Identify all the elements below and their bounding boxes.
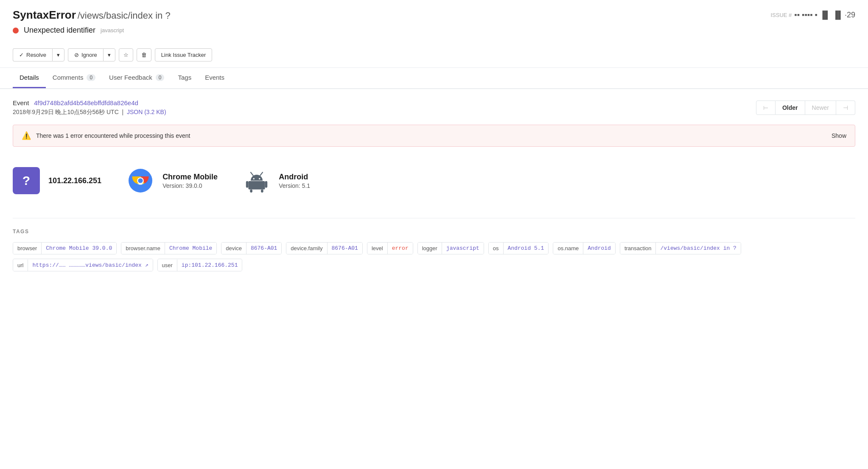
resolve-label: Resolve [26, 52, 46, 58]
ignore-dropdown-button[interactable]: ▾ [103, 48, 115, 61]
tag-key: browser [13, 243, 42, 254]
browser-info: Chrome Mobile Version: 39.0.0 [162, 173, 218, 189]
checkmark-icon: ✓ [19, 52, 24, 58]
browser-card: Chrome Mobile Version: 39.0.0 [127, 167, 218, 194]
error-dot-icon [13, 28, 19, 34]
event-section: Event 4f9d748b2afd4b548ebffdfd8a826e4d 2… [13, 99, 855, 116]
tags-grid: browserChrome Mobile 39.0.0browser.nameC… [13, 242, 855, 271]
tag-value: error [388, 243, 413, 254]
nav-older-button[interactable]: Older [776, 100, 805, 115]
tag-key: user [158, 260, 177, 271]
tab-user-feedback-label: User Feedback [109, 74, 152, 81]
tab-comments-label: Comments [53, 74, 84, 81]
tags-title: TAGS [13, 229, 855, 234]
nav-newest-button[interactable]: ⊣ [836, 100, 855, 115]
event-id-link[interactable]: 4f9d748b2afd4b548ebffdfd8a826e4d [34, 99, 138, 106]
bookmark-button[interactable]: ☆ [119, 48, 133, 61]
event-navigation: ⊢ Older Newer ⊣ [756, 100, 855, 115]
tag-value[interactable]: Chrome Mobile 39.0.0 [42, 243, 116, 254]
tab-tags-label: Tags [178, 74, 191, 81]
clock-icon: ⊘ [74, 52, 79, 58]
star-icon: ☆ [123, 52, 129, 58]
trash-icon: 🗑 [141, 52, 147, 58]
ip-card: ? 101.22.166.251 [13, 167, 101, 194]
tag-key: level [367, 243, 388, 254]
warning-icon: ⚠️ [22, 131, 31, 140]
issue-label: ISSUE # [770, 12, 792, 18]
tag-value[interactable]: /views/basic/index in ? [656, 243, 740, 254]
issue-number-display: ▪▪ ▪▪▪▪ ▪ ▐▌ ▐▌ ·29 [794, 11, 855, 20]
tab-details[interactable]: Details [13, 68, 46, 88]
tab-comments[interactable]: Comments 0 [46, 68, 102, 88]
tag-item: browser.nameChrome Mobile [121, 242, 217, 254]
tag-item: os.nameAndroid [553, 242, 615, 254]
ip-address: 101.22.166.251 [48, 176, 101, 185]
alert-bar: ⚠️ There was 1 error encountered while p… [13, 125, 855, 147]
tag-value[interactable]: Android [583, 243, 615, 254]
issue-badge: ISSUE # ▪▪ ▪▪▪▪ ▪ ▐▌ ▐▌ ·29 [770, 11, 855, 20]
svg-point-3 [138, 178, 143, 183]
tags-section: TAGS browserChrome Mobile 39.0.0browser.… [13, 229, 855, 271]
svg-point-7 [259, 178, 260, 179]
info-cards: ? 101.22.166.251 Chrome Mobil [13, 159, 855, 203]
tag-item: browserChrome Mobile 39.0.0 [13, 242, 117, 254]
tag-value[interactable]: 8676-A01 [246, 243, 281, 254]
resolve-dropdown-button[interactable]: ▾ [52, 48, 64, 61]
tag-value[interactable]: ip:101.22.166.251 [177, 260, 242, 271]
ignore-label: Ignore [81, 52, 97, 58]
tab-user-feedback[interactable]: User Feedback 0 [102, 68, 171, 88]
tag-value[interactable]: javascript [442, 243, 484, 254]
svg-line-5 [260, 172, 263, 175]
tag-item: levelerror [367, 242, 413, 254]
svg-point-6 [253, 178, 255, 179]
nav-newer-button[interactable]: Newer [805, 100, 836, 115]
tag-value[interactable]: Chrome Mobile [165, 243, 216, 254]
link-tracker-button[interactable]: Link Issue Tracker [155, 48, 213, 61]
resolve-group: ✓ Resolve ▾ [13, 48, 64, 61]
ignore-group: ⊘ Ignore ▾ [68, 48, 115, 61]
resolve-button[interactable]: ✓ Resolve [13, 48, 52, 61]
error-name: Unexpected identifier [24, 26, 95, 35]
event-info: Event 4f9d748b2afd4b548ebffdfd8a826e4d 2… [13, 99, 166, 116]
event-label: Event [13, 99, 29, 106]
android-name: Android [279, 173, 310, 181]
delete-button[interactable]: 🗑 [137, 48, 151, 61]
tab-tags[interactable]: Tags [171, 68, 198, 88]
android-icon [243, 167, 270, 194]
tag-item: loggerjavascript [417, 242, 484, 254]
tag-item: transaction/views/basic/index in ? [620, 242, 741, 254]
tag-key: os [489, 243, 504, 254]
error-tag: javascript [101, 27, 124, 34]
svg-rect-10 [265, 181, 268, 188]
nav-older-label: Older [782, 104, 798, 111]
android-version: Version: 5.1 [279, 182, 310, 189]
svg-rect-12 [261, 190, 263, 193]
tabs: Details Comments 0 User Feedback 0 Tags … [0, 68, 868, 89]
alert-show-button[interactable]: Show [832, 132, 846, 139]
ip-icon: ? [13, 167, 40, 194]
tag-key: url [13, 260, 28, 271]
tag-value[interactable]: Android 5.1 [504, 243, 549, 254]
link-tracker-label: Link Issue Tracker [161, 52, 206, 58]
chevron-down-icon-2: ▾ [108, 52, 111, 58]
nav-oldest-button[interactable]: ⊢ [756, 100, 776, 115]
svg-line-4 [251, 172, 253, 175]
event-time: 2018年9月29日 晚上10点58分56秒 UTC | JSON (3.2 K… [13, 109, 166, 116]
nav-newer-label: Newer [812, 104, 829, 111]
tag-value[interactable]: 8676-A01 [328, 243, 362, 254]
tag-key: device [221, 243, 246, 254]
tab-events[interactable]: Events [198, 68, 231, 88]
tag-item: osAndroid 5.1 [488, 242, 549, 254]
error-path: /views/basic/index in ? [78, 10, 171, 21]
ignore-button[interactable]: ⊘ Ignore [68, 48, 103, 61]
tab-details-label: Details [20, 74, 39, 81]
tag-value[interactable]: https://…… ……………views/basic/index ↗ [28, 259, 152, 271]
tag-key: browser.name [121, 243, 165, 254]
event-json-link[interactable]: JSON (3.2 KB) [127, 109, 166, 115]
svg-rect-9 [246, 181, 249, 188]
toolbar: ✓ Resolve ▾ ⊘ Ignore ▾ ☆ 🗑 Link Issue Tr… [0, 42, 868, 68]
ip-info: 101.22.166.251 [48, 176, 101, 185]
android-card: Android Version: 5.1 [243, 167, 310, 194]
chevron-down-icon: ▾ [57, 52, 60, 58]
alert-text: ⚠️ There was 1 error encountered while p… [22, 131, 190, 140]
